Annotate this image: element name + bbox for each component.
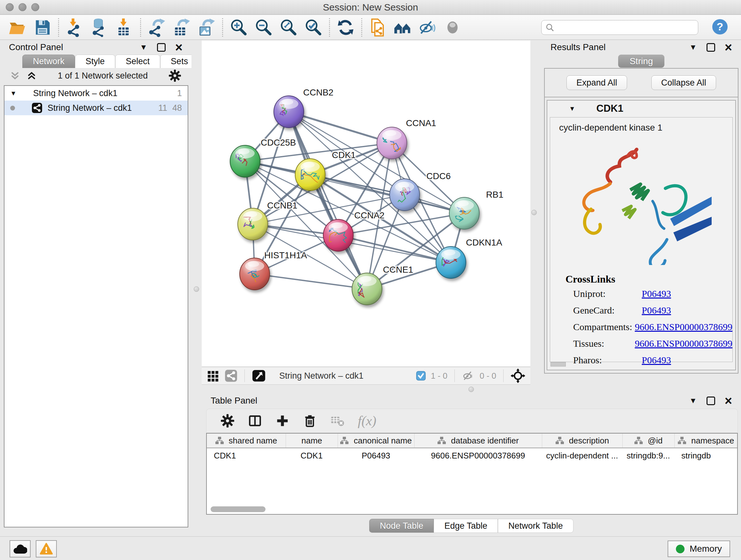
splitter-handle[interactable] xyxy=(194,287,199,292)
crosslink-link[interactable]: 9606.ENSP00000378699 xyxy=(635,321,732,332)
gear-icon[interactable] xyxy=(169,69,181,82)
show-columns-icon[interactable] xyxy=(248,414,262,428)
delete-table-icon[interactable] xyxy=(330,414,344,428)
export-image-button[interactable] xyxy=(194,17,219,38)
column-header-description[interactable]: description xyxy=(542,434,622,448)
node-CDC25B[interactable] xyxy=(230,145,260,177)
memory-button[interactable]: Memory xyxy=(668,541,730,557)
tab-network[interactable]: Network xyxy=(22,55,75,68)
cloud-status-button[interactable] xyxy=(10,540,30,557)
export-table-button[interactable] xyxy=(169,17,194,38)
panel-float-icon[interactable] xyxy=(706,396,715,405)
zoom-selected-button[interactable] xyxy=(301,17,326,38)
splitter-handle[interactable] xyxy=(531,210,537,215)
import-network-from-file-button[interactable] xyxy=(62,17,87,38)
save-session-button[interactable] xyxy=(30,17,55,38)
node-CCNA1[interactable] xyxy=(377,127,407,159)
tab-style[interactable]: Style xyxy=(75,55,115,68)
show-graphics-details-button[interactable] xyxy=(440,17,465,38)
panel-float-icon[interactable] xyxy=(706,43,715,52)
column-header-namespace[interactable]: namespace xyxy=(674,434,737,448)
node-CDC6[interactable] xyxy=(390,179,420,211)
tab-select[interactable]: Select xyxy=(115,55,160,68)
refresh-view-button[interactable] xyxy=(333,17,358,38)
grid-view-icon[interactable] xyxy=(207,369,219,382)
birdseye-view-icon[interactable] xyxy=(252,369,266,383)
selected-checkbox-icon[interactable] xyxy=(416,371,426,381)
zoom-in-button[interactable] xyxy=(226,17,251,38)
hidden-eye-icon[interactable] xyxy=(462,369,475,382)
search-box[interactable] xyxy=(541,20,698,35)
function-builder-icon[interactable]: f(x) xyxy=(358,413,376,428)
collapse-all-button[interactable]: Collapse All xyxy=(651,75,716,90)
gene-section-header[interactable]: ▼ CDK1 xyxy=(547,101,735,117)
search-input[interactable] xyxy=(557,22,694,32)
delete-trash-icon[interactable] xyxy=(303,414,317,428)
import-table-from-file-button[interactable] xyxy=(112,17,137,38)
node-CCNB2[interactable] xyxy=(274,96,304,128)
column-header-database-identifier[interactable]: database identifier xyxy=(414,434,542,448)
panel-collapse-icon[interactable]: ▼ xyxy=(140,44,147,51)
horizontal-scrollbar[interactable] xyxy=(211,506,266,512)
right-splitter[interactable] xyxy=(530,41,542,393)
node-HIST1H1A[interactable] xyxy=(240,258,270,290)
maximize-window-icon[interactable] xyxy=(31,3,39,11)
open-session-button[interactable] xyxy=(5,17,30,38)
tab-string[interactable]: String xyxy=(618,55,664,68)
crosslink-link[interactable]: P06493 xyxy=(642,305,671,316)
crosslink-link[interactable]: P06493 xyxy=(642,288,671,299)
column-header-shared-name[interactable]: shared name xyxy=(207,434,286,448)
panel-close-icon[interactable]: × xyxy=(725,395,732,406)
export-network-button[interactable] xyxy=(144,17,169,38)
node-CDKN1A[interactable] xyxy=(436,246,466,278)
crosshair-icon[interactable] xyxy=(511,368,525,383)
network-from-document-button[interactable] xyxy=(365,17,390,38)
network-view-icon[interactable] xyxy=(225,369,238,382)
minimize-window-icon[interactable] xyxy=(18,3,26,11)
hide-graphics-details-button[interactable] xyxy=(415,17,440,38)
tab-node-table[interactable]: Node Table xyxy=(369,519,434,533)
tab-network-table[interactable]: Network Table xyxy=(498,519,574,533)
crosslink-link[interactable]: 9606.ENSP00000378699 xyxy=(635,338,732,349)
panel-close-icon[interactable]: × xyxy=(725,42,732,52)
network-collection-row[interactable]: ▼ String Network – cdk1 1 xyxy=(4,86,188,101)
help-button[interactable]: ? xyxy=(712,18,728,37)
expand-all-chevron-icon[interactable] xyxy=(27,71,37,81)
vertical-splitter[interactable] xyxy=(192,40,202,537)
zoom-out-button[interactable] xyxy=(251,17,276,38)
node-CCNE1[interactable] xyxy=(352,273,382,305)
zoom-fit-button[interactable] xyxy=(276,17,301,38)
node-CCNB1[interactable] xyxy=(238,208,268,240)
table-settings-gear-icon[interactable] xyxy=(220,414,234,428)
edge-HIST1H1A-CCNE1[interactable] xyxy=(255,274,367,289)
crosslink-link[interactable]: P06493 xyxy=(642,355,671,366)
column-header-@id[interactable]: @id xyxy=(622,434,674,448)
collapse-all-chevron-icon[interactable] xyxy=(10,71,20,81)
panel-collapse-icon[interactable]: ▼ xyxy=(689,44,697,51)
splitter-handle[interactable] xyxy=(468,387,474,392)
panel-collapse-icon[interactable]: ▼ xyxy=(689,397,697,405)
tree-expand-icon[interactable]: ▼ xyxy=(10,90,17,97)
node-CCNA2[interactable] xyxy=(323,219,353,251)
mini-scrollbar[interactable] xyxy=(550,362,566,367)
node-RB1[interactable] xyxy=(449,197,479,229)
node-CDK1[interactable] xyxy=(295,159,325,191)
edge-CCNA2-CDKN1A[interactable] xyxy=(338,235,451,262)
edge-CCNB2-CCNE1[interactable] xyxy=(289,112,367,289)
houses-button[interactable] xyxy=(390,17,415,38)
edge-CCNB2-CCNA1[interactable] xyxy=(289,112,392,143)
column-header-canonical-name[interactable]: canonical name xyxy=(338,434,414,448)
panel-close-icon[interactable]: × xyxy=(175,42,183,52)
import-network-from-database-button[interactable] xyxy=(87,17,112,38)
tab-edge-table[interactable]: Edge Table xyxy=(434,519,498,533)
warning-button[interactable] xyxy=(36,540,57,557)
column-header-name[interactable]: name xyxy=(286,434,338,448)
horizontal-splitter[interactable] xyxy=(202,385,530,393)
table-row[interactable]: CDK1CDK1P064939606.ENSP00000378699cyclin… xyxy=(207,448,737,463)
network-row[interactable]: String Network – cdk1 11 48 xyxy=(4,101,188,115)
network-canvas[interactable]: CCNB2CCNA1CDC25BCDK1CDC6RB1CCNB1CCNA2CDK… xyxy=(202,41,530,367)
close-window-icon[interactable] xyxy=(6,3,14,11)
expand-all-button[interactable]: Expand All xyxy=(566,75,627,90)
panel-float-icon[interactable] xyxy=(157,43,165,52)
section-collapse-icon[interactable]: ▼ xyxy=(569,105,576,112)
